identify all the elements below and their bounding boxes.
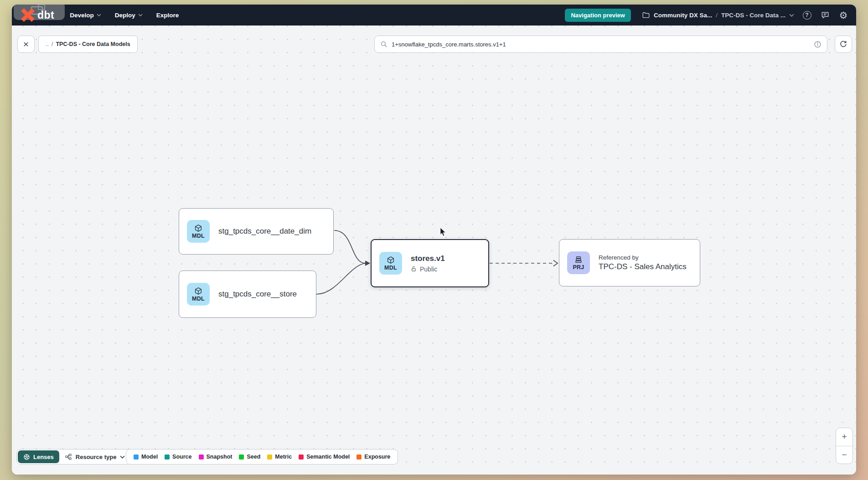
lineage-canvas[interactable]: × .. / TPC-DS - Core Data Models MDL stg… [12,26,856,475]
model-badge: MDL [187,220,210,243]
main-nav: Develop Deploy Explore [70,12,179,19]
project-badge: PRJ [567,251,590,274]
lineage-breadcrumb-chip[interactable]: .. / TPC-DS - Core Data Models [38,36,138,53]
refresh-lineage-button[interactable] [835,36,852,53]
breadcrumb-page: TPC-DS - Core Data ... [721,12,785,19]
node-stores-v1[interactable]: MDL stores.v1 Public [371,239,489,287]
metric-swatch [267,454,272,460]
help-icon: ? [803,11,811,20]
dbt-logo-icon [21,8,35,22]
node-stg-tpcds-core-store[interactable]: MDL stg_tpcds_core__store [179,271,316,318]
exposure-swatch [356,454,362,460]
node-label: stg_tpcds_core__date_dim [218,227,311,236]
nav-item-deploy[interactable]: Deploy [115,12,143,19]
navigation-preview-badge[interactable]: Navigation preview [565,9,630,22]
dbt-logo-text: dbt [37,9,54,21]
chip-prefix: .. [46,41,49,47]
zoom-in-button[interactable]: + [836,428,852,446]
node-access-row: Public [411,266,445,273]
chevron-down-icon [120,455,125,459]
chevron-down-icon[interactable] [789,14,794,17]
dbt-logo[interactable]: dbt [21,8,54,22]
search-icon [380,41,388,48]
chevron-down-icon [97,14,101,16]
legend-item-snapshot: Snapshot [199,454,232,460]
mouse-cursor [440,228,448,237]
source-swatch [165,454,170,460]
help-button[interactable]: ? [801,10,812,20]
node-label: TPC-DS - Sales Analytics [599,262,687,271]
lens-icon [23,454,30,460]
refresh-icon [839,40,847,48]
node-stg-tpcds-core-date-dim[interactable]: MDL stg_tpcds_core__date_dim [179,208,334,255]
gear-icon: ⚙ [839,10,848,20]
nav-item-explore[interactable]: Explore [156,12,179,19]
snapshot-swatch [199,454,204,460]
edge-store-to-stores [316,263,366,294]
feedback-button[interactable] [820,10,831,20]
node-text-block: Referenced by TPC-DS - Sales Analytics [599,254,687,271]
chip-separator: / [52,41,53,47]
node-label: stg_tpcds_core__store [218,290,297,299]
lineage-selector-bar [374,36,827,53]
model-badge: MDL [187,283,210,306]
zoom-controls: + − [836,428,853,464]
cube-icon [194,224,202,232]
model-badge: MDL [379,252,402,275]
node-label: stores.v1 [411,254,445,263]
legend-item-semantic-model: Semantic Model [299,454,350,460]
navbar-right: Navigation preview Community DX Sa... / … [565,9,849,22]
breadcrumb[interactable]: Community DX Sa... / TPC-DS - Core Data … [642,11,794,19]
legend-item-exposure: Exposure [356,454,390,460]
lenses-control-group: Lenses Resource type [16,449,132,465]
resource-type-dropdown[interactable]: Resource type [59,450,131,463]
resource-type-legend: Model Source Snapshot Seed Metric Semant… [126,449,398,465]
dashed-edge-arrowhead [553,260,558,266]
semantic-model-swatch [299,454,304,460]
chevron-down-icon [138,14,143,16]
node-text-block: stores.v1 Public [411,254,445,273]
legend-item-metric: Metric [267,454,292,460]
cube-icon [387,256,395,264]
node-referenced-by-project[interactable]: PRJ Referenced by TPC-DS - Sales Analyti… [559,239,700,286]
edge-arrowhead [365,260,370,266]
close-lineage-button[interactable]: × [17,36,35,53]
lineage-selector-input[interactable] [392,41,810,48]
cube-icon [194,287,202,295]
top-navbar: dbt Develop Deploy Explore Navigation pr… [12,5,856,26]
folder-icon [642,11,650,19]
breadcrumb-separator: / [716,12,718,19]
node-kicker: Referenced by [599,254,687,261]
nav-item-develop[interactable]: Develop [70,12,101,19]
lenses-button[interactable]: Lenses [18,450,59,463]
model-swatch [134,454,139,460]
legend-item-seed: Seed [239,454,260,460]
seed-swatch [239,454,244,460]
unlocked-padlock-icon [411,266,417,272]
settings-button[interactable]: ⚙ [838,10,849,20]
breadcrumb-project: Community DX Sa... [654,12,712,19]
zoom-out-button[interactable]: − [836,446,852,464]
chip-label: TPC-DS - Core Data Models [56,41,130,47]
edge-date-dim-to-stores [334,230,366,263]
archive-stack-icon [574,255,583,264]
resource-type-icon [65,453,72,460]
legend-item-source: Source [165,454,191,460]
app-window: dbt Develop Deploy Explore Navigation pr… [12,5,856,475]
legend-item-model: Model [134,454,158,460]
feedback-chat-icon [821,10,830,20]
info-icon[interactable] [814,41,822,48]
